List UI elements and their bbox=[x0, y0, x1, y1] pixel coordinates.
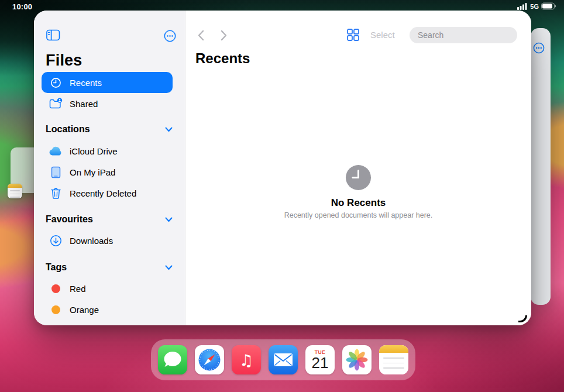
music-note-glyph: ♫ bbox=[232, 345, 261, 374]
sidebar-item-label: Shared bbox=[70, 99, 98, 109]
cellular-signal-icon bbox=[517, 3, 528, 10]
sidebar-item-recently-deleted[interactable]: Recently Deleted bbox=[42, 183, 173, 204]
messages-app-icon[interactable] bbox=[158, 345, 187, 374]
red-tag-dot bbox=[48, 284, 63, 293]
notes-dock-icon[interactable] bbox=[379, 345, 408, 374]
download-circle-icon bbox=[48, 235, 63, 247]
sidebar-item-label: Recents bbox=[70, 78, 102, 88]
sidebar-item-icloud-drive[interactable]: iCloud Drive bbox=[42, 140, 173, 161]
app-title: Files bbox=[46, 51, 82, 70]
mail-app-icon[interactable] bbox=[269, 345, 298, 374]
status-bar: 10:00 5G bbox=[0, 0, 564, 13]
forward-button[interactable] bbox=[216, 28, 231, 42]
select-button[interactable]: Select bbox=[370, 30, 395, 40]
dock: ♫ TUE 21 bbox=[151, 339, 415, 380]
chevron-down-icon bbox=[165, 265, 173, 270]
ipad-icon bbox=[48, 166, 63, 178]
sidebar-item-shared[interactable]: Shared bbox=[42, 93, 173, 114]
calendar-day: 21 bbox=[305, 355, 335, 370]
empty-state-subtitle: Recently opened documents will appear he… bbox=[185, 211, 531, 219]
sidebar-toggle-icon[interactable] bbox=[46, 29, 60, 43]
photos-app-icon[interactable] bbox=[342, 345, 372, 374]
page-title: Recents bbox=[195, 50, 250, 67]
sidebar-item-on-my-ipad[interactable]: On My iPad bbox=[42, 161, 173, 183]
section-header: Locations bbox=[46, 124, 90, 135]
sidebar-item-label: iCloud Drive bbox=[70, 146, 118, 156]
section-header: Favourites bbox=[46, 214, 93, 225]
sidebar-more-icon[interactable] bbox=[163, 29, 177, 45]
grid-view-icon[interactable] bbox=[347, 29, 359, 43]
sidebar-item-label: Recently Deleted bbox=[70, 188, 136, 198]
sidebar-section-favourites[interactable]: Favourites bbox=[46, 209, 173, 230]
search-bar[interactable] bbox=[410, 27, 517, 43]
search-input[interactable] bbox=[418, 30, 524, 40]
files-window: Files Recents bbox=[34, 11, 531, 325]
music-app-icon[interactable]: ♫ bbox=[232, 345, 261, 374]
empty-state-title: No Recents bbox=[185, 197, 531, 209]
window-more-icon[interactable] bbox=[532, 42, 545, 57]
sidebar: Files Recents bbox=[34, 11, 185, 325]
status-icons: 5G bbox=[517, 2, 557, 10]
sidebar-item-downloads[interactable]: Downloads bbox=[42, 230, 173, 251]
sidebar-item-label: On My iPad bbox=[70, 167, 115, 177]
stage-manager-right-window[interactable] bbox=[531, 28, 551, 305]
content-pane: Select Recents bbox=[185, 11, 531, 325]
chevron-down-icon bbox=[165, 127, 173, 132]
icloud-icon bbox=[48, 146, 63, 156]
sidebar-item-recents[interactable]: Recents bbox=[42, 72, 173, 93]
chevron-down-icon bbox=[165, 217, 173, 222]
recents-clock-icon bbox=[345, 164, 372, 193]
sidebar-section-tags[interactable]: Tags bbox=[46, 257, 173, 278]
sidebar-item-tag-red[interactable]: Red bbox=[42, 278, 173, 299]
empty-state: No Recents Recently opened documents wil… bbox=[185, 164, 531, 219]
shared-folder-icon bbox=[48, 98, 63, 109]
sidebar-item-tag-orange[interactable]: Orange bbox=[42, 299, 173, 320]
orange-tag-dot bbox=[48, 305, 63, 314]
sidebar-item-label: Downloads bbox=[70, 236, 113, 246]
back-button[interactable] bbox=[194, 28, 208, 42]
calendar-app-icon[interactable]: TUE 21 bbox=[305, 345, 335, 374]
section-header: Tags bbox=[46, 262, 67, 273]
notes-app-icon bbox=[8, 184, 22, 198]
ipad-screen: 10:00 5G bbox=[0, 0, 564, 392]
network-type-label: 5G bbox=[530, 3, 539, 10]
clock-icon bbox=[48, 77, 63, 88]
sidebar-item-label: Red bbox=[70, 284, 86, 294]
trash-icon bbox=[48, 187, 63, 200]
battery-icon bbox=[541, 2, 557, 10]
sidebar-section-locations[interactable]: Locations bbox=[46, 119, 173, 140]
sidebar-item-label: Orange bbox=[70, 305, 99, 315]
safari-app-icon[interactable] bbox=[195, 345, 224, 374]
clock-time: 10:00 bbox=[12, 2, 32, 11]
